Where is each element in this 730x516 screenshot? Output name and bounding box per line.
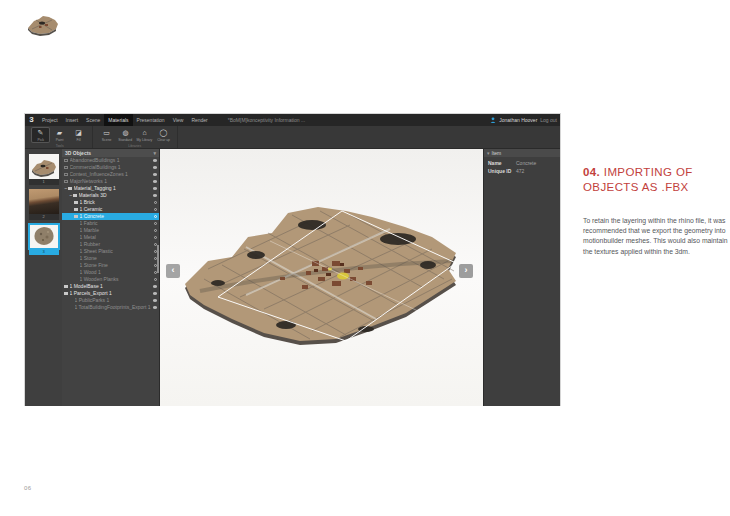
row-checkbox[interactable] [64,180,68,184]
row-checkbox[interactable] [64,292,68,296]
material-sphere-icon[interactable] [154,236,158,240]
outliner-row[interactable]: 1 Stone [62,255,159,262]
collapse-panel-icon[interactable]: ▾ [153,149,156,157]
field-value: Concrete [516,160,536,166]
row-checkbox[interactable] [68,187,72,191]
outliner-row[interactable]: 1 Brick [62,199,159,206]
mini-map-illustration [25,9,61,38]
row-label: 1 Wood 1 [80,269,152,276]
outliner-row[interactable]: 1 TotalBuildingFootprints_Export 1 [62,304,159,311]
material-sphere-icon[interactable] [154,201,158,205]
thumbnail-image-map [29,154,59,179]
outliner-row[interactable]: 1 Metal [62,234,159,241]
user-name[interactable]: Jonathan Hoover [499,117,537,123]
logout-link[interactable]: Log out [540,117,557,123]
menu-item-view[interactable]: View [169,114,188,126]
visibility-eye-icon[interactable] [153,180,158,183]
clear-up-icon: ◯ [160,128,168,137]
outliner-row[interactable]: 1 Wood 1 [62,269,159,276]
row-label: 1 Rubber [80,241,152,248]
field-value: 472 [516,168,524,174]
outliner-row[interactable]: 1 Marble [62,227,159,234]
menu-item-project[interactable]: Project [38,114,62,126]
outliner-row[interactable]: 1 Concrete [62,213,159,220]
row-checkbox[interactable] [74,215,78,219]
previous-view-button[interactable]: ‹ [166,264,180,278]
row-checkbox[interactable] [64,159,68,163]
next-view-button[interactable]: › [459,264,473,278]
outliner-row[interactable]: 1 Wooden Planks [62,276,159,283]
outliner-row[interactable]: MajorNetworks 1 [62,178,159,185]
paint-label: Paint [56,137,64,141]
material-sphere-icon[interactable] [154,222,158,226]
document-title: *BoM[M]konceptivity Information ... [228,117,305,123]
page-number: 06 [24,485,32,491]
paint-button[interactable]: ▰Paint [51,128,68,142]
clear-up-button[interactable]: ◯Clear up [155,128,172,142]
city-model[interactable] [160,149,483,406]
outliner-row[interactable]: CommercialBuildings 1 [62,164,159,171]
pick-button[interactable]: ✎Pick [32,128,49,142]
outliner-title: 3D Objects [65,149,91,157]
material-sphere-icon[interactable] [154,229,158,233]
standard-library-button[interactable]: ◍Standard [117,128,134,142]
outliner-row[interactable]: −Material_Tagging 1 [62,185,159,192]
row-checkbox[interactable] [74,201,78,205]
row-checkbox[interactable] [74,208,78,212]
main-content: 123 3D Objects ▾ AbandonedBuildings 1Com… [25,149,560,406]
outliner-row[interactable]: 1 Rubber [62,241,159,248]
visibility-eye-icon[interactable] [153,166,158,169]
section-number: 04. [583,166,600,178]
menu-item-insert[interactable]: Insert [62,114,83,126]
my-library-button[interactable]: ⌂My Library [136,128,153,142]
visibility-eye-icon[interactable] [153,173,158,176]
row-checkbox[interactable] [64,173,68,177]
visibility-eye-icon[interactable] [153,299,158,302]
row-checkbox[interactable] [64,285,68,289]
outliner-row[interactable]: 1 Fabric [62,220,159,227]
app-logo: 3 [25,114,38,126]
visibility-eye-icon[interactable] [153,292,158,295]
row-checkbox[interactable] [64,166,68,170]
menu-item-render[interactable]: Render [187,114,211,126]
menu-item-materials[interactable]: Materials [104,114,132,126]
inspector-header[interactable]: ▾Item [484,149,560,157]
menu-item-scene[interactable]: Scene [82,114,104,126]
outliner-row[interactable]: 1 Sheet Plastic [62,248,159,255]
row-checkbox[interactable] [73,194,77,198]
menu-item-presentation[interactable]: Presentation [133,114,169,126]
visibility-eye-icon[interactable] [153,285,158,288]
viewport-thumbnail-3[interactable]: 3 [29,224,59,255]
material-sphere-icon[interactable] [154,215,158,219]
outliner-row[interactable]: 1 Stone Fine [62,262,159,269]
user-icon [490,117,496,123]
outliner-row[interactable]: 1 PublicParks 1 [62,297,159,304]
fill-button[interactable]: ◪Fill [70,128,87,142]
outliner-row[interactable]: −Materials 3D [62,192,159,199]
thumbnail-index: 2 [29,214,59,220]
row-label: Context_InfluenceZones 1 [70,171,151,178]
row-label: 1 PublicParks 1 [75,297,151,304]
scene-library-button[interactable]: ▭Scene [98,128,115,142]
scene-library-icon: ▭ [103,128,110,137]
thumbnail-image-street [29,189,59,214]
thumbnail-index: 3 [29,249,59,255]
outliner-row[interactable]: AbandonedBuildings 1 [62,157,159,164]
viewport[interactable]: ‹ › [160,149,483,406]
viewport-thumbnail-2[interactable]: 2 [29,189,59,220]
outliner-row[interactable]: 1 Parcels_Export 1 [62,290,159,297]
visibility-eye-icon[interactable] [153,187,158,190]
visibility-eye-icon[interactable] [153,194,158,197]
material-sphere-icon[interactable] [154,208,158,212]
visibility-eye-icon[interactable] [153,159,158,162]
viewport-thumbnail-1[interactable]: 1 [29,154,59,185]
outliner-row[interactable]: 1 Ceramic [62,206,159,213]
pick-icon: ✎ [38,128,44,137]
outliner-row[interactable]: 1 ModelBase 1 [62,283,159,290]
outliner-scrollbar[interactable] [157,245,159,273]
row-label: Material_Tagging 1 [74,185,151,192]
row-label: 1 Ceramic [80,206,152,213]
material-sphere-icon[interactable] [154,278,158,282]
visibility-eye-icon[interactable] [153,306,158,309]
outliner-row[interactable]: Context_InfluenceZones 1 [62,171,159,178]
